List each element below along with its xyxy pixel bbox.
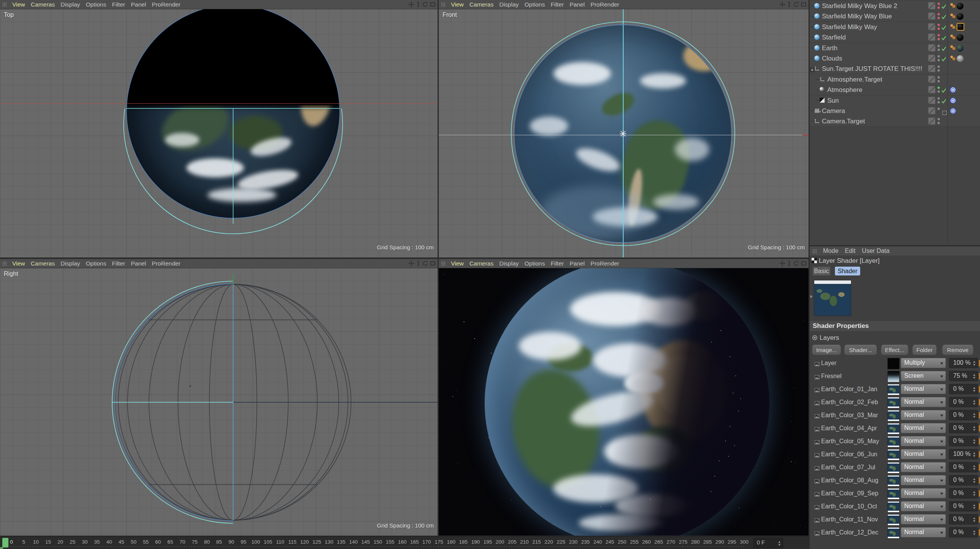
phong-tag-icon[interactable]: [950, 3, 956, 10]
maximize-icon[interactable]: [430, 2, 435, 7]
render-visibility-dot[interactable]: [938, 7, 940, 9]
layer-name[interactable]: Earth_Color_05_May: [821, 438, 879, 445]
editor-visibility-dot[interactable]: [938, 76, 940, 79]
shader-button[interactable]: Shader...: [844, 345, 877, 355]
pan-icon[interactable]: [408, 261, 414, 266]
value-spinner[interactable]: [973, 491, 976, 496]
viewport-menu-view[interactable]: View: [451, 1, 464, 8]
opacity-field[interactable]: 0 %: [949, 501, 978, 511]
layer-thumbnail[interactable]: [887, 397, 900, 408]
viewport-menu-options[interactable]: Options: [524, 1, 545, 8]
viewport-menu-prorender[interactable]: ProRender: [152, 260, 181, 267]
phong-tag-icon[interactable]: [950, 55, 956, 62]
null-object-icon[interactable]: [814, 66, 819, 73]
viewport-menu-view[interactable]: View: [12, 260, 25, 267]
tab-basic[interactable]: Basic: [813, 267, 830, 275]
opacity-field[interactable]: 0 %: [949, 475, 978, 485]
viewport-menu-options[interactable]: Options: [524, 260, 545, 267]
viewport-right[interactable]: Right Grid Spacing : 100 cm: [0, 268, 438, 536]
display-toggle-icon[interactable]: [928, 107, 935, 114]
render-visibility-dot[interactable]: [938, 101, 940, 103]
rotate-icon[interactable]: [793, 2, 799, 7]
phong-tag-icon[interactable]: [950, 24, 956, 31]
object-name[interactable]: Starfield Milky Way: [822, 23, 877, 31]
value-spinner[interactable]: [973, 413, 976, 418]
layer-name[interactable]: Earth_Color_08_Aug: [821, 477, 878, 484]
display-toggle-icon[interactable]: [928, 55, 935, 62]
light-object-icon[interactable]: [820, 98, 825, 103]
shader-layer-row[interactable]: Earth_Color_07_JulNormal0 %: [810, 461, 980, 474]
viewport-menu-view[interactable]: View: [451, 260, 464, 267]
phong-tag-icon[interactable]: [950, 34, 956, 41]
render-visibility-dot[interactable]: [938, 122, 940, 124]
layer-name[interactable]: Earth_Color_04_Apr: [821, 425, 877, 432]
menu-edit[interactable]: Edit: [845, 247, 856, 254]
viewport-menu-panel[interactable]: Panel: [570, 260, 585, 267]
grip-icon[interactable]: [812, 249, 817, 253]
target-tag-icon[interactable]: [950, 108, 956, 116]
layer-thumbnail[interactable]: [887, 514, 900, 526]
object-name[interactable]: Starfield: [822, 34, 846, 41]
viewport-menu-prorender[interactable]: ProRender: [591, 1, 619, 8]
shader-layer-row[interactable]: Earth_Color_11_NovNormal0 %: [810, 513, 980, 526]
display-toggle-icon[interactable]: [928, 44, 935, 51]
material-tag-icon[interactable]: [957, 3, 964, 10]
enabled-check-icon[interactable]: [941, 56, 946, 63]
editor-visibility-dot[interactable]: [938, 55, 940, 57]
viewport-menu-filter[interactable]: Filter: [112, 260, 125, 267]
object-name[interactable]: Starfield Milky Way Blue: [822, 13, 892, 20]
null-object-icon[interactable]: [814, 118, 819, 125]
enabled-check-icon[interactable]: [941, 3, 946, 10]
layer-thumbnail[interactable]: [887, 384, 900, 395]
opacity-field[interactable]: 0 %: [949, 488, 978, 498]
object-row[interactable]: Camera.Target: [810, 116, 980, 127]
viewport-menu-display[interactable]: Display: [60, 260, 80, 267]
viewport-menu-cameras[interactable]: Cameras: [469, 260, 493, 267]
viewport-menu-cameras[interactable]: Cameras: [31, 1, 55, 8]
material-tag-icon[interactable]: [957, 55, 964, 62]
remove-button[interactable]: Remove: [942, 345, 973, 355]
camera-object-icon[interactable]: [814, 108, 821, 115]
object-name[interactable]: Sun.Target JUST ROTATE THIS!!!!: [822, 65, 922, 73]
object-name[interactable]: Sun: [827, 97, 839, 105]
null-object-icon[interactable]: [820, 77, 825, 84]
zoom-icon[interactable]: [787, 261, 791, 266]
value-spinner[interactable]: [973, 452, 976, 457]
value-spinner[interactable]: [973, 517, 976, 522]
blend-mode-dropdown[interactable]: Normal: [901, 423, 946, 433]
shader-layer-row[interactable]: Earth_Color_02_FebNormal0 %: [810, 396, 980, 409]
frame-spinner[interactable]: [778, 541, 781, 546]
value-spinner[interactable]: [973, 465, 976, 470]
layer-thumbnail[interactable]: [887, 410, 900, 421]
render-visibility-dot[interactable]: [938, 17, 940, 19]
animation-dot-icon[interactable]: [812, 335, 817, 340]
object-name[interactable]: Camera: [822, 107, 845, 115]
blend-mode-dropdown[interactable]: Normal: [901, 384, 946, 394]
viewport-menu-filter[interactable]: Filter: [550, 260, 564, 267]
viewport-menu-filter[interactable]: Filter: [112, 1, 125, 8]
blend-mode-dropdown[interactable]: Multiply: [901, 358, 946, 368]
opacity-field[interactable]: 0 %: [949, 384, 978, 394]
layer-name[interactable]: Earth_Color_12_Dec: [821, 529, 878, 536]
maximize-icon[interactable]: [801, 261, 806, 265]
layer-name[interactable]: Earth_Color_06_Jun: [821, 451, 877, 458]
blend-mode-dropdown[interactable]: Normal: [901, 410, 946, 420]
viewport-front[interactable]: Front Grid Spacing : 100 cm: [439, 9, 808, 257]
layer-thumbnail[interactable]: [887, 436, 900, 447]
layer-thumbnail[interactable]: [887, 488, 900, 500]
shader-layer-row[interactable]: Earth_Color_03_MarNormal0 %: [810, 409, 980, 422]
blend-mode-dropdown[interactable]: Screen: [901, 371, 946, 381]
value-spinner[interactable]: [973, 387, 976, 392]
sphere-object-icon[interactable]: [814, 24, 820, 29]
layer-name[interactable]: Earth_Color_09_Sep: [821, 490, 878, 497]
shader-preview-thumbnail[interactable]: [814, 280, 851, 316]
menu-user-data[interactable]: User Data: [862, 247, 890, 254]
object-row[interactable]: Sun.Target JUST ROTATE THIS!!!!: [810, 64, 980, 74]
blend-mode-dropdown[interactable]: Normal: [901, 527, 946, 538]
preview-expand-arrow[interactable]: [810, 295, 812, 298]
sphere-object-icon[interactable]: [814, 34, 820, 40]
timeline-ruler[interactable]: 0510152025303540455055606570758085909510…: [0, 536, 810, 549]
object-row[interactable]: Starfield: [810, 32, 980, 43]
object-row[interactable]: Starfield Milky Way Blue 2: [810, 1, 980, 11]
viewport-menu-display[interactable]: Display: [60, 1, 80, 8]
